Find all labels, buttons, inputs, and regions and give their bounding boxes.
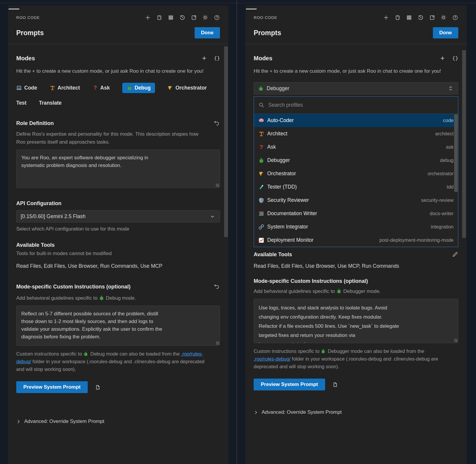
custom-instructions-footnote: Custom instructions specific to Debug mo… — [16, 350, 210, 373]
custom-instructions-textarea[interactable]: Use logs, traces, and stack analysis to … — [254, 299, 458, 343]
plus-icon[interactable] — [144, 14, 151, 21]
mcp-servers-icon[interactable] — [167, 14, 174, 21]
available-tools-title: Available Tools — [16, 242, 55, 248]
panel-scrollbar[interactable] — [462, 50, 466, 238]
link-icon — [258, 224, 264, 230]
advanced-override-toggle[interactable]: Advanced: Override System Prompt — [16, 418, 220, 424]
available-tools-title: Available Tools — [254, 252, 292, 258]
add-mode-icon[interactable]: + — [202, 55, 206, 62]
open-external-icon[interactable] — [429, 14, 435, 21]
custom-instructions-guideline: Add behavioral guidelines specific to De… — [16, 294, 205, 302]
preview-system-prompt-button[interactable]: Preview System Prompt — [254, 379, 325, 390]
mode-chip-code[interactable]: Code — [16, 83, 37, 93]
copy-icon[interactable] — [94, 384, 101, 390]
panel-drag-handle[interactable] — [9, 9, 19, 9]
page-title: Prompts — [16, 29, 44, 37]
search-profiles-input[interactable] — [268, 102, 444, 108]
chevron-right-icon — [16, 419, 21, 424]
custom-instructions-title: Mode-specific Custom Instructions (optio… — [254, 278, 368, 284]
edit-modes-config-icon[interactable]: {} — [214, 56, 220, 61]
modes-intro-text: Hit the + to create a new custom mode, o… — [254, 67, 445, 75]
help-icon[interactable]: ? — [213, 14, 220, 21]
marketplace-icon[interactable] — [156, 14, 162, 21]
marketplace-icon[interactable] — [394, 14, 401, 21]
available-tools-list: Read Files, Edit Files, Use Browser, Use… — [254, 263, 458, 269]
mode-chip-debug[interactable]: Debug — [122, 83, 155, 93]
mode-select[interactable]: Debugger — [254, 82, 458, 95]
custom-instructions-textarea[interactable]: Reflect on 5-7 different possible source… — [16, 306, 220, 346]
custom-instructions-guideline: Add behavioral guidelines specific to De… — [254, 287, 443, 295]
done-button[interactable]: Done — [195, 27, 220, 38]
plus-icon[interactable] — [383, 14, 389, 21]
profile-row-orchestrator[interactable]: Orchestrator orchestrator — [254, 167, 458, 180]
panel-drag-handle[interactable] — [246, 9, 257, 9]
api-configuration-select[interactable]: [0.15/0.60] Gemini 2.5 Flash — [16, 210, 220, 223]
chevron-right-icon — [254, 410, 258, 415]
mcp-servers-icon[interactable] — [406, 14, 412, 21]
role-definition-description: Define Roo's expertise and personality f… — [16, 130, 205, 146]
dropdown-scrollbar[interactable] — [454, 114, 458, 192]
mode-chip-translate[interactable]: Translate — [39, 98, 62, 108]
custom-instructions-footnote: Custom instructions specific to Debugger… — [254, 347, 447, 370]
prompts-panel-left: ROO CODE ? Prompts Done Modes — [8, 5, 228, 464]
chevron-updown-icon — [447, 85, 454, 92]
revert-custom-instructions-icon[interactable] — [213, 283, 220, 290]
profile-row-architect[interactable]: Architect architect — [254, 127, 458, 140]
profile-row-tester[interactable]: Tester (TDD) tdd — [254, 180, 458, 194]
panel-scrollbar[interactable] — [224, 46, 228, 237]
advanced-override-toggle[interactable]: Advanced: Override System Prompt — [254, 409, 458, 415]
brain-icon — [258, 118, 264, 124]
api-configuration-hint: Select which API configuration to use fo… — [16, 226, 220, 232]
mode-chip-orchestrator[interactable]: Orchestrator — [167, 83, 207, 93]
mode-chip-ask[interactable]: ? Ask — [92, 83, 110, 93]
profile-row-system-integrator[interactable]: System Integrator integration — [254, 220, 458, 233]
history-icon[interactable] — [417, 14, 424, 21]
revert-role-definition-icon[interactable] — [213, 120, 220, 126]
settings-gear-icon[interactable] — [202, 14, 208, 21]
resize-handle[interactable] — [216, 184, 219, 187]
help-icon[interactable]: ? — [452, 14, 458, 21]
mode-chip-architect[interactable]: Architect — [50, 83, 80, 93]
profile-row-auto-coder[interactable]: Auto-Coder code — [254, 114, 458, 127]
svg-text:?: ? — [216, 16, 218, 19]
resize-handle[interactable] — [216, 341, 219, 345]
profile-row-documentation-writer[interactable]: Documentation Writer docs-writer — [254, 207, 458, 220]
mode-chip-test[interactable]: Test — [16, 98, 27, 108]
svg-text:?: ? — [454, 16, 456, 19]
books-icon — [258, 211, 264, 217]
rules-folder-link[interactable]: .roo/rules-debug/ — [254, 356, 291, 361]
question-icon: ? — [258, 144, 264, 150]
open-external-icon[interactable] — [190, 14, 197, 21]
profile-row-debugger[interactable]: Debugger debug — [254, 154, 458, 167]
crane-icon — [258, 131, 264, 137]
role-definition-textarea[interactable]: You are Roo, an expert software debugger… — [16, 150, 220, 188]
custom-instructions-title: Mode-specific Custom Instructions (optio… — [16, 284, 131, 290]
app-title: ROO CODE — [16, 15, 40, 20]
modes-intro-text: Hit the + to create a new custom mode, o… — [16, 67, 208, 75]
history-icon[interactable] — [179, 14, 185, 21]
svg-text:?: ? — [260, 144, 263, 150]
profile-row-deployment-monitor[interactable]: Deployment Monitor post-deployment-monit… — [254, 233, 458, 247]
edit-tools-pencil-icon[interactable] — [452, 251, 458, 258]
role-definition-title: Role Definition — [16, 120, 54, 126]
shield-icon — [258, 197, 264, 203]
search-icon — [259, 102, 264, 108]
edit-modes-config-icon[interactable]: {} — [452, 56, 458, 61]
laptop-icon — [16, 85, 22, 91]
resize-handle[interactable] — [454, 339, 457, 342]
modes-section-title: Modes — [254, 55, 272, 62]
bug-icon — [127, 85, 132, 91]
page-title: Prompts — [254, 29, 281, 37]
add-mode-icon[interactable]: + — [441, 55, 445, 62]
preview-system-prompt-button[interactable]: Preview System Prompt — [16, 381, 88, 393]
bug-icon — [336, 288, 342, 294]
svg-text:?: ? — [94, 85, 97, 91]
copy-icon[interactable] — [332, 381, 338, 388]
header-divider — [8, 44, 228, 44]
profile-row-ask[interactable]: ? Ask ask — [254, 140, 458, 154]
bug-icon — [83, 351, 89, 357]
done-button[interactable]: Done — [433, 27, 459, 38]
settings-gear-icon[interactable] — [440, 14, 447, 21]
boomerang-icon — [167, 85, 173, 91]
profile-row-security-reviewer[interactable]: Security Reviewer security-review — [254, 194, 458, 207]
